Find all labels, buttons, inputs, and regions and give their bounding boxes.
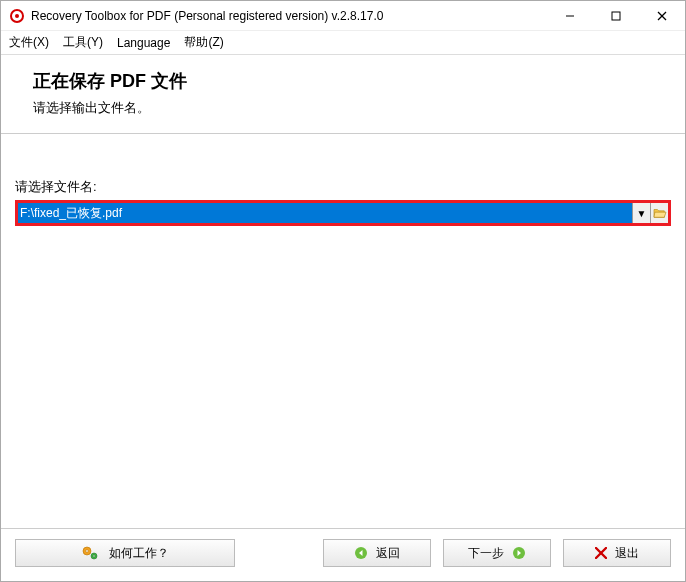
x-icon	[595, 547, 607, 559]
next-label: 下一步	[468, 545, 504, 562]
menubar: 文件(X) 工具(Y) Language 帮助(Z)	[1, 31, 685, 55]
window-title: Recovery Toolbox for PDF (Personal regis…	[31, 9, 383, 23]
svg-point-9	[93, 555, 95, 557]
minimize-button[interactable]	[547, 1, 593, 31]
arrow-right-icon	[512, 546, 526, 560]
app-icon	[9, 8, 25, 24]
browse-button[interactable]	[650, 203, 668, 223]
close-button[interactable]	[639, 1, 685, 31]
window-controls	[547, 1, 685, 31]
menu-file[interactable]: 文件(X)	[9, 34, 49, 51]
folder-open-icon	[653, 207, 667, 219]
gears-icon	[81, 544, 101, 562]
filename-input[interactable]	[18, 203, 632, 223]
menu-language[interactable]: Language	[117, 36, 170, 50]
back-button[interactable]: 返回	[323, 539, 431, 567]
maximize-icon	[611, 11, 621, 21]
back-label: 返回	[376, 545, 400, 562]
menu-tools[interactable]: 工具(Y)	[63, 34, 103, 51]
close-icon	[657, 11, 667, 21]
footer: 如何工作？ 返回 下一步 退出	[1, 528, 685, 581]
next-button[interactable]: 下一步	[443, 539, 551, 567]
how-it-works-button[interactable]: 如何工作？	[15, 539, 235, 567]
svg-point-7	[86, 550, 89, 553]
main-content: 请选择文件名: ▼	[1, 134, 685, 528]
filename-label: 请选择文件名:	[15, 178, 671, 196]
maximize-button[interactable]	[593, 1, 639, 31]
exit-button[interactable]: 退出	[563, 539, 671, 567]
page-title: 正在保存 PDF 文件	[33, 69, 661, 93]
chevron-down-icon: ▼	[637, 208, 647, 219]
svg-rect-3	[612, 12, 620, 20]
titlebar: Recovery Toolbox for PDF (Personal regis…	[1, 1, 685, 31]
minimize-icon	[565, 11, 575, 21]
filename-row: ▼	[15, 200, 671, 226]
content-header: 正在保存 PDF 文件 请选择输出文件名。	[1, 55, 685, 123]
page-subtitle: 请选择输出文件名。	[33, 99, 661, 117]
arrow-left-icon	[354, 546, 368, 560]
menu-help[interactable]: 帮助(Z)	[184, 34, 223, 51]
exit-label: 退出	[615, 545, 639, 562]
how-it-works-label: 如何工作？	[109, 545, 169, 562]
svg-point-1	[15, 14, 19, 18]
dropdown-button[interactable]: ▼	[632, 203, 650, 223]
